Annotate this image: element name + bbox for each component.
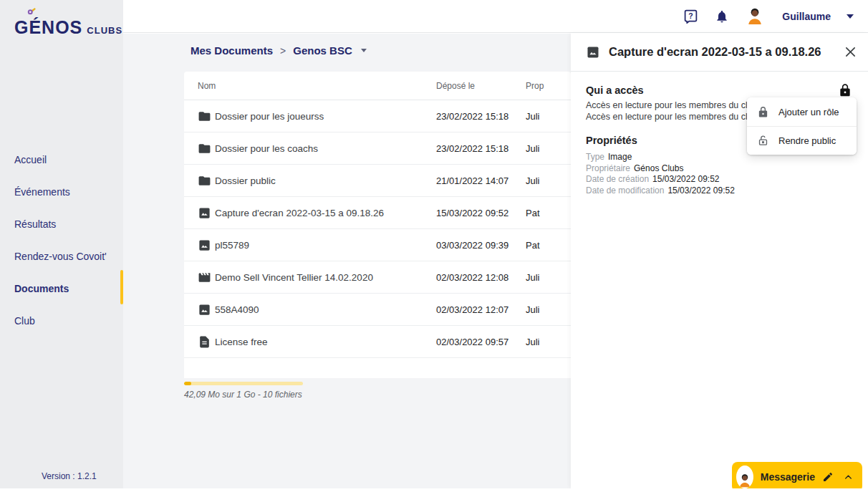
menu-item-label: Ajouter un rôle <box>778 107 839 117</box>
access-line: Accès en lecture pour les membres du clu… <box>586 100 758 112</box>
notifications-button[interactable] <box>713 8 730 25</box>
avatar-person-icon <box>745 6 765 26</box>
sidebar: GÉNOS CLUBS Accueil Événements Résultats… <box>0 0 123 488</box>
sidebar-item-label: Club <box>14 315 35 327</box>
menu-item-ajouter-un-role[interactable]: Ajouter un rôle <box>747 97 857 126</box>
table-row[interactable]: Capture d'ecran 2022-03-15 a 09.18.26 15… <box>184 197 571 229</box>
sidebar-item-accueil[interactable]: Accueil <box>0 143 123 175</box>
file-date: 21/01/2022 14:07 <box>436 165 508 197</box>
page: GÉNOS CLUBS Accueil Événements Résultats… <box>0 0 868 497</box>
username: Guillaume <box>782 11 831 22</box>
panel-header: Capture d'ecran 2022-03-15 a 09.18.26 <box>571 33 868 72</box>
sidebar-item-club[interactable]: Club <box>0 304 123 337</box>
movie-icon <box>198 271 211 284</box>
folder-icon <box>198 142 211 155</box>
logo-text-secondary: CLUBS <box>87 25 122 36</box>
file-name: Capture d'ecran 2022-03-15 a 09.18.26 <box>215 197 384 229</box>
breadcrumb-root[interactable]: Mes Documents <box>191 44 273 57</box>
sidebar-item-documents[interactable]: Documents <box>0 272 123 304</box>
image-icon <box>586 45 600 59</box>
file-date: 23/02/2022 15:18 <box>436 132 508 165</box>
file-name: License free <box>215 326 268 358</box>
file-date: 02/03/2022 09:57 <box>436 326 508 358</box>
table-row[interactable]: pl55789 03/03/2022 09:39 Pat <box>184 229 571 261</box>
close-icon <box>844 46 857 58</box>
sidebar-item-label: Accueil <box>14 154 47 165</box>
column-header-proprietaire[interactable]: Prop <box>526 72 544 100</box>
property-label: Type <box>586 152 604 162</box>
property-label: Date de modification <box>586 185 664 196</box>
lock-open-icon <box>757 135 769 147</box>
breadcrumb-separator: > <box>280 45 286 57</box>
user-menu-button[interactable] <box>845 14 854 19</box>
file-name: Dossier pour les joueurss <box>215 100 324 132</box>
lock-closed-icon <box>757 106 769 118</box>
menu-item-rendre-public[interactable]: Rendre public <box>747 126 857 155</box>
column-header-nom[interactable]: Nom <box>198 72 216 100</box>
menu-item-label: Rendre public <box>778 135 836 146</box>
table-row[interactable]: Demo Sell Vincent Tellier 14.02.2020 02/… <box>184 261 571 294</box>
table-row[interactable]: Dossier pour les coachs 23/02/2022 15:18… <box>184 132 571 165</box>
expand-button[interactable] <box>842 471 854 483</box>
messenger-bar[interactable]: Messagerie <box>732 462 862 492</box>
image-icon <box>198 303 211 317</box>
breadcrumb-caret-icon[interactable] <box>361 49 367 52</box>
file-owner: Pat <box>526 229 540 261</box>
help-button[interactable]: ? <box>682 8 699 25</box>
messenger-label: Messagerie <box>761 471 815 483</box>
file-name: Dossier public <box>215 165 276 197</box>
svg-text:?: ? <box>688 11 693 20</box>
table-row[interactable]: Dossier pour les joueurss 23/02/2022 15:… <box>184 100 571 132</box>
sidebar-item-resultats[interactable]: Résultats <box>0 208 123 240</box>
compose-button[interactable] <box>822 471 834 483</box>
property-value: 15/03/2022 09:52 <box>667 185 734 196</box>
property-row: Date de création15/03/2022 09:52 <box>586 174 735 185</box>
help-icon: ? <box>683 9 698 24</box>
sidebar-item-rendez-vous-covoit[interactable]: Rendez-vous Covoit' <box>0 240 123 272</box>
chevron-down-icon <box>847 14 854 19</box>
topbar: ? Guillaume <box>123 0 868 33</box>
column-header-depose-le[interactable]: Déposé le <box>436 72 475 100</box>
storage-progress-fill <box>184 382 191 385</box>
breadcrumb-current[interactable]: Genos BSC <box>293 44 352 57</box>
file-name: pl55789 <box>215 229 249 261</box>
file-name: Dossier pour les coachs <box>215 132 318 165</box>
file-owner: Juli <box>526 165 540 197</box>
file-owner: Juli <box>526 326 540 358</box>
storage-label: 42,09 Mo sur 1 Go - 10 fichiers <box>184 390 303 400</box>
storage-progressbar <box>184 382 303 385</box>
image-icon <box>198 206 211 220</box>
breadcrumb: Mes Documents > Genos BSC <box>191 44 367 57</box>
access-line: Accès en lecture pour les membres du clu… <box>586 112 758 123</box>
file-date: 02/03/2022 12:08 <box>436 261 508 294</box>
folder-icon <box>198 174 211 188</box>
bottom-strip <box>0 488 868 497</box>
file-owner: Juli <box>526 100 540 132</box>
sidebar-item-label: Rendez-vous Covoit' <box>14 251 107 262</box>
whistle-icon <box>26 6 37 16</box>
table-row[interactable]: Dossier public 21/01/2022 14:07 Juli <box>184 165 571 197</box>
table-row[interactable]: 558A4090 02/03/2022 12:07 Juli <box>184 294 571 326</box>
documents-table: Nom Déposé le Prop Dossier pour les joue… <box>184 72 571 378</box>
file-owner: Pat <box>526 197 540 229</box>
app-logo[interactable]: GÉNOS CLUBS <box>14 9 122 38</box>
file-owner: Juli <box>526 294 540 326</box>
panel-title: Capture d'ecran 2022-03-15 a 09.18.26 <box>609 45 821 59</box>
close-button[interactable] <box>842 44 858 60</box>
chevron-up-icon <box>844 473 853 482</box>
file-date: 02/03/2022 12:07 <box>436 294 508 326</box>
pencil-icon <box>822 471 834 483</box>
permissions-button[interactable] <box>838 82 852 99</box>
table-row[interactable]: License free 02/03/2022 09:57 Juli <box>184 326 571 358</box>
user-avatar[interactable] <box>745 6 765 26</box>
properties-section-title: Propriétés <box>586 135 637 146</box>
properties-list: TypeImage PropriétaireGénos Clubs Date d… <box>586 152 735 196</box>
file-date: 15/03/2022 09:52 <box>436 197 508 229</box>
property-label: Propriétaire <box>586 163 630 173</box>
file-name: Demo Sell Vincent Tellier 14.02.2020 <box>215 261 373 294</box>
image-icon <box>198 238 211 252</box>
property-row: Date de modification15/03/2022 09:52 <box>586 185 735 197</box>
sidebar-item-evenements[interactable]: Événements <box>0 175 123 208</box>
access-lines: Accès en lecture pour les membres du clu… <box>586 100 758 122</box>
sidebar-item-label: Événements <box>14 186 70 198</box>
